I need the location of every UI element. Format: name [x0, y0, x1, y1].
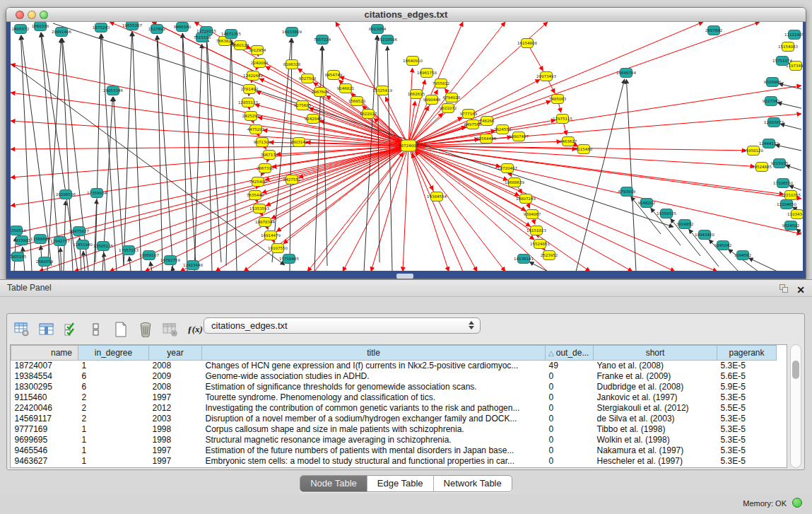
window-resize-handle[interactable]	[396, 274, 413, 279]
table-cell[interactable]: Dudbridge et al. (2008)	[594, 382, 717, 392]
table-cell[interactable]: de Silva et al. (2003)	[594, 414, 717, 424]
function-builder-icon[interactable]: ƒ(x)	[187, 322, 203, 337]
column-header-out_de[interactable]: △out_de...	[546, 346, 594, 361]
column-header-in_degree[interactable]: in_degree	[78, 346, 149, 361]
table-cell[interactable]: 0	[546, 403, 594, 414]
table-cell[interactable]: Disruption of a novel member of a sodium…	[202, 414, 546, 424]
column-header-short[interactable]: short	[594, 346, 717, 361]
table-cell[interactable]: Genome-wide association studies in ADHD.	[202, 371, 546, 382]
table-cell[interactable]: 1998	[149, 435, 202, 445]
close-panel-icon[interactable]: ✕	[796, 282, 805, 298]
table-row[interactable]: 977716911998Corpus callosum shape and si…	[11, 424, 777, 435]
table-cell[interactable]: Nakamura et al. (1997)	[594, 445, 717, 456]
table-mode-icon[interactable]	[14, 322, 30, 337]
show-column-icon[interactable]	[39, 322, 54, 337]
table-cell[interactable]: 9463627	[11, 456, 78, 467]
table-cell[interactable]: 2008	[149, 382, 202, 392]
table-row[interactable]: 1938455462009Genome-wide association stu…	[11, 371, 777, 382]
table-vertical-scrollbar[interactable]	[790, 344, 801, 468]
table-cell[interactable]: Changes of HCN gene expression and I(f) …	[202, 361, 546, 372]
column-header-title[interactable]: title	[202, 346, 546, 361]
table-cell[interactable]: 2012	[149, 403, 202, 414]
table-cell[interactable]: 49	[546, 361, 594, 372]
memory-status-indicator[interactable]	[792, 498, 802, 508]
table-cell[interactable]: 0	[546, 392, 594, 403]
column-header-pagerank[interactable]: pagerank	[717, 346, 777, 361]
column-header-year[interactable]: year	[149, 346, 202, 361]
table-row[interactable]: 946554611997Estimation of the future num…	[11, 445, 777, 456]
table-cell[interactable]: 1	[78, 445, 149, 456]
row-height-icon[interactable]	[88, 322, 104, 337]
table-row[interactable]: 2242004622012Investigating the contribut…	[11, 403, 777, 414]
table-row[interactable]: 946362711997Embryonic stem cells: a mode…	[11, 456, 777, 467]
table-cell[interactable]: 0	[546, 414, 594, 424]
table-cell[interactable]: Yano et al. (2008)	[594, 361, 717, 372]
float-panel-icon[interactable]	[779, 284, 788, 293]
table-cell[interactable]: 1	[78, 435, 149, 445]
table-cell[interactable]: 5.3E-5	[717, 361, 777, 372]
table-cell[interactable]: Estimation of significance thresholds fo…	[202, 382, 546, 392]
table-cell[interactable]: Wolkin et al. (1998)	[594, 435, 717, 445]
table-cell[interactable]: Jankovic et al. (1997)	[594, 392, 717, 403]
table-row[interactable]: 1830029562008Estimation of significance …	[11, 382, 777, 392]
select-rows-icon[interactable]	[64, 322, 79, 337]
table-cell[interactable]: 6	[78, 382, 149, 392]
table-cell[interactable]: 1	[78, 456, 149, 467]
table-cell[interactable]: Corpus callosum shape and size in male p…	[202, 424, 546, 435]
scrollbar-thumb[interactable]	[792, 361, 799, 379]
table-cell[interactable]: 1997	[149, 392, 202, 403]
table-cell[interactable]: 0	[546, 435, 594, 445]
table-row[interactable]: 969969511998Structural magnetic resonanc…	[11, 435, 777, 445]
table-cell[interactable]: Embryonic stem cells: a model to study s…	[202, 456, 546, 467]
table-cell[interactable]: 0	[546, 445, 594, 456]
table-cell[interactable]: Hescheler et al. (1997)	[594, 456, 717, 467]
table-cell[interactable]: 5.3E-5	[717, 392, 777, 403]
table-cell[interactable]: Stergiakouli et al. (2012)	[594, 403, 717, 414]
table-cell[interactable]: 2009	[149, 371, 202, 382]
create-table-icon[interactable]	[113, 322, 129, 337]
table-row[interactable]: 1872400712008Changes of HCN gene express…	[11, 361, 777, 372]
table-cell[interactable]: 5.3E-5	[717, 435, 777, 445]
table-cell[interactable]: 2	[78, 403, 149, 414]
table-cell[interactable]: 1998	[149, 424, 202, 435]
tab-network-table[interactable]: Network Table	[434, 476, 512, 491]
network-window-titlebar[interactable]: citations_edges.txt	[6, 8, 806, 22]
table-cell[interactable]: 14569117	[11, 414, 78, 424]
table-cell[interactable]: 22420046	[11, 403, 78, 414]
table-cell[interactable]: 5.9E-5	[717, 382, 777, 392]
table-cell[interactable]: 9699695	[11, 435, 78, 445]
table-row[interactable]: 911546021997Tourette syndrome. Phenomeno…	[11, 392, 777, 403]
delete-table-icon[interactable]	[138, 322, 153, 337]
table-cell[interactable]: Investigating the contribution of common…	[202, 403, 546, 414]
table-cell[interactable]: Franke et al. (2009)	[594, 371, 717, 382]
table-cell[interactable]: 9465546	[11, 445, 78, 456]
table-cell[interactable]: Tibbo et al. (1998)	[594, 424, 717, 435]
table-cell[interactable]: 18724007	[11, 361, 78, 372]
table-cell[interactable]: 2	[78, 392, 149, 403]
table-cell[interactable]: 18300295	[11, 382, 78, 392]
table-cell[interactable]: 9777169	[11, 424, 78, 435]
table-cell[interactable]: 1	[78, 361, 149, 372]
table-cell[interactable]: 0	[546, 382, 594, 392]
table-cell[interactable]: 1	[78, 424, 149, 435]
table-cell[interactable]: 5.3E-5	[717, 445, 777, 456]
table-cell[interactable]: 2	[78, 414, 149, 424]
table-cell[interactable]: 5.3E-5	[717, 424, 777, 435]
table-cell[interactable]: 0	[546, 424, 594, 435]
table-cell[interactable]: 9115460	[11, 392, 78, 403]
table-cell[interactable]: 1997	[149, 445, 202, 456]
table-row[interactable]: 1456911722003Disruption of a novel membe…	[11, 414, 777, 424]
table-cell[interactable]: 0	[546, 456, 594, 467]
network-graph-canvas[interactable]: 1872400776638229660128391295422400881242…	[11, 22, 803, 271]
table-cell[interactable]: 2008	[149, 361, 202, 372]
table-cell[interactable]: 5.3E-5	[717, 414, 777, 424]
delete-column-icon[interactable]	[163, 322, 178, 337]
table-cell[interactable]: Tourette syndrome. Phenomenology and cla…	[202, 392, 546, 403]
table-cell[interactable]: 2003	[149, 414, 202, 424]
tab-edge-table[interactable]: Edge Table	[367, 476, 434, 491]
column-header-name[interactable]: name	[11, 346, 78, 361]
table-cell[interactable]: 5.6E-5	[717, 371, 777, 382]
table-cell[interactable]: 1997	[149, 456, 202, 467]
network-table-select[interactable]: citations_edges.txt	[204, 317, 481, 334]
table-cell[interactable]: 5.3E-5	[717, 456, 777, 467]
